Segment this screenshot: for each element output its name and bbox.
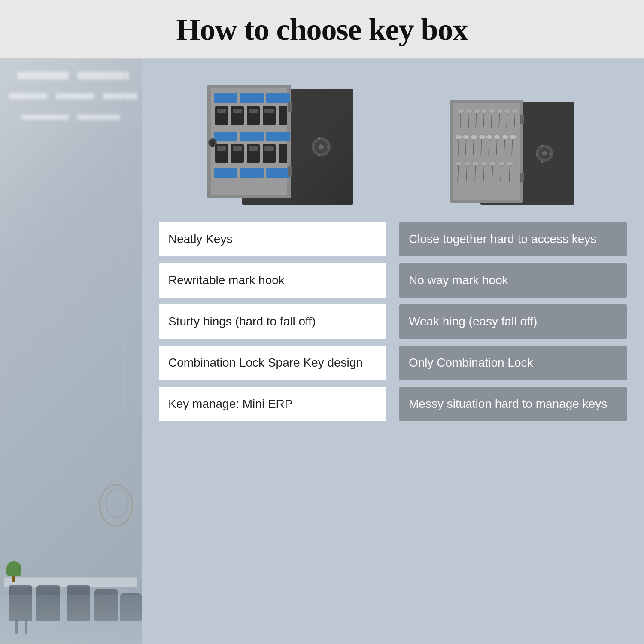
svg-point-71 xyxy=(486,135,493,139)
svg-text:4: 4 xyxy=(318,154,320,158)
svg-point-35 xyxy=(319,144,324,149)
comparison-section: Neatly Keys Rewritable mark hook Sturty … xyxy=(159,222,627,421)
svg-rect-17 xyxy=(240,132,264,141)
svg-rect-30 xyxy=(266,168,290,178)
feature-bad-3: Only Combination Lock xyxy=(399,346,627,380)
svg-rect-24 xyxy=(217,146,226,151)
feature-good-0: Neatly Keys xyxy=(159,222,386,256)
svg-point-75 xyxy=(501,135,508,139)
svg-text:2: 2 xyxy=(312,145,314,149)
feature-good-2: Sturty hings (hard to fall off) xyxy=(159,304,386,339)
svg-rect-15 xyxy=(264,109,274,113)
feature-good-4: Key manage: Mini ERP xyxy=(159,387,386,421)
svg-point-63 xyxy=(455,135,462,139)
svg-rect-18 xyxy=(266,132,290,141)
svg-text:2: 2 xyxy=(464,107,465,110)
svg-point-85 xyxy=(481,161,488,166)
feature-bad-1: No way mark hook xyxy=(399,263,627,298)
svg-text:1: 1 xyxy=(456,107,457,110)
svg-point-65 xyxy=(463,135,470,139)
svg-text:7: 7 xyxy=(502,107,504,110)
svg-text:3: 3 xyxy=(471,107,473,110)
svg-rect-28 xyxy=(214,168,237,178)
main-content: 8 6 4 2 xyxy=(0,59,644,644)
svg-text:4: 4 xyxy=(550,152,551,155)
svg-point-91 xyxy=(507,161,513,166)
svg-rect-13 xyxy=(233,109,242,113)
svg-point-83 xyxy=(472,161,479,166)
svg-rect-31 xyxy=(288,102,292,112)
svg-point-87 xyxy=(489,161,496,166)
left-features: Neatly Keys Rewritable mark hook Sturty … xyxy=(159,222,386,421)
svg-point-81 xyxy=(464,161,471,166)
svg-rect-12 xyxy=(217,109,226,113)
svg-text:8: 8 xyxy=(541,144,543,147)
svg-rect-5 xyxy=(240,93,264,103)
svg-point-79 xyxy=(455,161,462,166)
svg-point-73 xyxy=(494,135,501,139)
feature-good-1: Rewritable mark hook xyxy=(159,263,386,298)
svg-rect-29 xyxy=(240,168,264,178)
key-boxes-row: 8 6 4 2 xyxy=(159,72,627,209)
svg-point-67 xyxy=(471,135,477,139)
svg-text:8: 8 xyxy=(510,107,511,110)
svg-rect-3 xyxy=(211,88,287,195)
svg-rect-45 xyxy=(453,103,520,200)
svg-rect-14 xyxy=(249,109,258,113)
svg-rect-6 xyxy=(266,93,290,103)
svg-rect-100 xyxy=(520,115,524,124)
svg-point-77 xyxy=(509,135,516,139)
svg-rect-42 xyxy=(211,144,214,147)
svg-text:4: 4 xyxy=(479,107,480,110)
svg-rect-32 xyxy=(288,166,292,177)
feature-good-3: Combination Lock Spare Key design xyxy=(159,346,386,380)
right-features: Close together hard to access keys No wa… xyxy=(399,222,627,421)
svg-text:6: 6 xyxy=(536,152,538,155)
right-panel: 8 6 4 2 xyxy=(142,59,644,644)
svg-rect-27 xyxy=(264,146,274,151)
svg-text:2: 2 xyxy=(541,160,543,164)
svg-point-47 xyxy=(457,109,464,113)
svg-text:8: 8 xyxy=(318,136,320,140)
svg-rect-26 xyxy=(249,146,258,151)
svg-rect-25 xyxy=(233,146,242,151)
svg-rect-4 xyxy=(214,93,237,103)
svg-text:6: 6 xyxy=(495,107,496,110)
feature-bad-4: Messy situation hard to manage keys xyxy=(399,387,627,421)
svg-point-104 xyxy=(542,151,547,155)
svg-rect-16 xyxy=(214,132,237,141)
office-background xyxy=(0,59,142,644)
svg-point-61 xyxy=(512,109,519,113)
svg-rect-101 xyxy=(520,173,524,182)
svg-rect-23 xyxy=(279,144,287,163)
feature-bad-0: Close together hard to access keys xyxy=(399,222,627,256)
svg-text:6: 6 xyxy=(327,145,328,149)
feature-bad-2: Weak hing (easy fall off) xyxy=(399,304,627,339)
title-bar: How to choose key box xyxy=(0,0,644,59)
good-key-box: 8 6 4 2 xyxy=(207,72,353,209)
svg-point-89 xyxy=(498,161,505,166)
svg-rect-11 xyxy=(279,106,287,125)
svg-point-69 xyxy=(478,135,485,139)
page-title: How to choose key box xyxy=(0,12,644,48)
bad-key-box: 1 2 3 4 5 6 7 8 8 4 2 xyxy=(450,89,579,209)
svg-text:5: 5 xyxy=(487,107,488,110)
